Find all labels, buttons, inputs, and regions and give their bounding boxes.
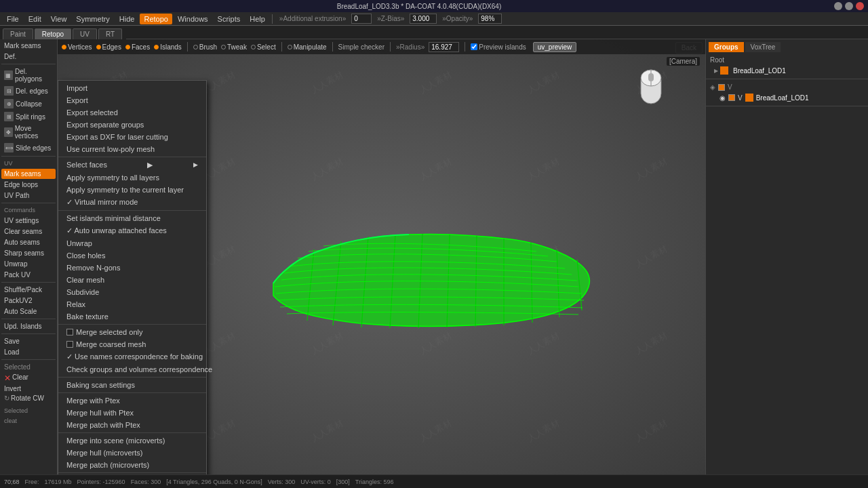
vp-brush[interactable]: Brush <box>193 43 217 51</box>
dd-select-faces[interactable]: Select faces▶ <box>58 159 206 171</box>
dd-merge-ptex[interactable]: Merge with Ptex <box>58 394 206 407</box>
dd-merge-patch-microverts[interactable]: Merge patch (microverts) <box>58 459 206 471</box>
dd-remove-ngons[interactable]: Remove N-gons <box>58 262 206 274</box>
vp-islands[interactable]: Islands <box>154 43 182 51</box>
dd-set-islands[interactable]: Set islands minimal distance <box>58 212 206 224</box>
menu-file[interactable]: File <box>3 14 23 24</box>
sidebar-shuffle-pack[interactable]: Shuffle/Pack <box>1 285 56 295</box>
tab-retopo[interactable]: Retopo <box>35 28 71 39</box>
select-label: Select <box>257 43 276 51</box>
dd-use-current-low-poly[interactable]: Use current low-poly mesh <box>58 143 206 155</box>
merge-selected-checkbox <box>66 329 73 336</box>
uv-preview-button[interactable]: uv_preview <box>533 42 577 52</box>
sidebar-pack-uv[interactable]: Pack UV <box>1 270 56 280</box>
sidebar-mark-seams[interactable]: Mark seams <box>1 41 56 51</box>
voxtree-breadloaf-row[interactable]: ◉ V BreadLoaf_LOD1 <box>709 92 865 103</box>
menu-help[interactable]: Help <box>245 14 269 24</box>
dd-subdivide[interactable]: Subdivide <box>58 286 206 298</box>
sidebar-move-vertices[interactable]: ✥Move vertices <box>1 123 56 141</box>
groups-tab[interactable]: Groups <box>709 42 744 52</box>
opacity-input[interactable] <box>478 14 502 24</box>
dd-use-names-correspondence[interactable]: ✓ Use names correspondence for baking <box>58 350 206 363</box>
dd-close-holes[interactable]: Close holes <box>58 249 206 262</box>
main-layout: Mark seams Def. ▦Del. polygons ⊟Del. edg… <box>0 39 868 474</box>
watermark-cell: 人人素材 <box>475 39 612 148</box>
voxtree-tab[interactable]: VoxTree <box>745 42 781 52</box>
sidebar-auto-scale[interactable]: Auto Scale <box>1 306 56 317</box>
voxtree-checkbox-v2[interactable] <box>728 94 735 101</box>
tab-rt[interactable]: RT <box>98 28 122 39</box>
sidebar-invert[interactable]: Invert <box>4 385 21 392</box>
dd-merge-hull-microverts[interactable]: Merge hull (microverts) <box>58 447 206 459</box>
merge-coarsed-checkbox <box>66 341 73 348</box>
dd-baking-scan[interactable]: Baking scan settings <box>58 379 206 391</box>
sidebar-def[interactable]: Def. <box>1 52 56 62</box>
vp-vertices[interactable]: Vertices <box>62 43 92 51</box>
sidebar-edge-loops[interactable]: Edge loops <box>1 180 56 190</box>
radius-input[interactable] <box>429 42 459 52</box>
menu-retopo[interactable]: Retopo <box>140 14 172 24</box>
maximize-button[interactable] <box>845 2 853 10</box>
sidebar-slide-edges[interactable]: ⟺Slide edges <box>1 142 56 154</box>
menu-edit[interactable]: Edit <box>24 14 45 24</box>
sidebar-sharp-seams[interactable]: Sharp seams <box>1 248 56 258</box>
dd-auto-unwrap[interactable]: ✓ Auto unwrap attached faces <box>58 224 206 237</box>
sidebar-upd-islands[interactable]: Upd. Islands <box>1 321 56 331</box>
dd-bake-texture[interactable]: Bake texture <box>58 310 206 323</box>
dd-merge-into-scene[interactable]: Merge into scene (microverts) <box>58 434 206 447</box>
dd-export-dxf[interactable]: Export as DXF for laser cutting <box>58 131 206 143</box>
dd-check-groups[interactable]: Check groups and volumes correspondence <box>58 363 206 375</box>
dd-apply-symmetry-current[interactable]: Apply symmetry to the current layer <box>58 184 206 196</box>
sidebar-packuv2[interactable]: PackUV2 <box>1 296 56 306</box>
minimize-button[interactable] <box>834 2 842 10</box>
preview-islands-checkbox[interactable] <box>471 43 477 50</box>
vp-tweak[interactable]: Tweak <box>221 43 247 51</box>
menu-symmetry[interactable]: Symmetry <box>72 14 114 24</box>
additional-extrusion-input[interactable] <box>351 14 372 24</box>
sidebar-del-polygons[interactable]: ▦Del. polygons <box>1 66 56 84</box>
menu-hide[interactable]: Hide <box>115 14 139 24</box>
sidebar-mark-seams-2[interactable]: Mark seams <box>1 169 56 179</box>
sidebar-load[interactable]: Load <box>1 347 56 357</box>
dd-clear-mesh[interactable]: Clear mesh <box>58 274 206 286</box>
voxtree-checkbox-v[interactable] <box>718 84 725 91</box>
dd-merge-patch-ptex[interactable]: Merge patch with Ptex <box>58 419 206 431</box>
tab-paint[interactable]: Paint <box>3 28 33 39</box>
dd-apply-symmetry-all[interactable]: Apply symmetry to all layers <box>58 171 206 184</box>
sidebar-clear[interactable]: Clear <box>12 373 28 383</box>
sidebar-uv-settings[interactable]: UV settings <box>1 216 56 226</box>
close-button[interactable] <box>856 2 864 10</box>
dd-merge-hull-ptex[interactable]: Merge hull with Ptex <box>58 407 206 419</box>
tree-item-breadloaf-1[interactable]: ▶ BreadLoaf_LOD1 <box>709 65 865 76</box>
menu-windows[interactable]: Windows <box>174 14 212 24</box>
vp-edges[interactable]: Edges <box>96 43 121 51</box>
sidebar-del-edges[interactable]: ⊟Del. edges <box>1 85 56 97</box>
dd-virtual-mirror[interactable]: ✓ Virtual mirror mode <box>58 196 206 209</box>
tab-uv[interactable]: UV <box>73 28 97 39</box>
dd-relax[interactable]: Relax <box>58 298 206 310</box>
dd-export[interactable]: Export <box>58 94 206 106</box>
vp-faces[interactable]: Faces <box>125 43 150 51</box>
dd-unwrap[interactable]: Unwrap <box>58 237 206 249</box>
sidebar-rotate-cw[interactable]: Rotate CW <box>11 394 44 402</box>
sidebar-collapse[interactable]: ⊕Collapse <box>1 98 56 110</box>
vertices-radio-dot <box>62 45 66 49</box>
menu-scripts[interactable]: Scripts <box>214 14 245 24</box>
sidebar-clear-seams[interactable]: Clear seams <box>1 226 56 237</box>
dd-import[interactable]: Import <box>58 82 206 94</box>
sidebar-unwrap[interactable]: Unwrap <box>1 259 56 269</box>
sidebar-split-rings[interactable]: ⊞Split rings <box>1 110 56 123</box>
dd-merge-coarsed-mesh[interactable]: Merge coarsed mesh <box>58 338 206 350</box>
dd-export-selected[interactable]: Export selected <box>58 106 206 119</box>
z-bias-input[interactable] <box>410 14 437 24</box>
dd-export-separate-groups[interactable]: Export separate groups <box>58 119 206 131</box>
sidebar-save[interactable]: Save <box>1 336 56 346</box>
menu-view[interactable]: View <box>47 14 71 24</box>
sidebar-commands[interactable]: Commands <box>1 205 56 215</box>
sidebar-uv-path[interactable]: UV Path <box>1 190 56 201</box>
sidebar-auto-seams[interactable]: Auto seams <box>1 237 56 247</box>
dd-merge-selected-only[interactable]: Merge selected only <box>58 326 206 338</box>
vp-select[interactable]: Select <box>251 43 276 51</box>
tree-arrow-1: ▶ <box>714 68 718 74</box>
vp-manipulate[interactable]: Manipulate <box>288 43 327 51</box>
